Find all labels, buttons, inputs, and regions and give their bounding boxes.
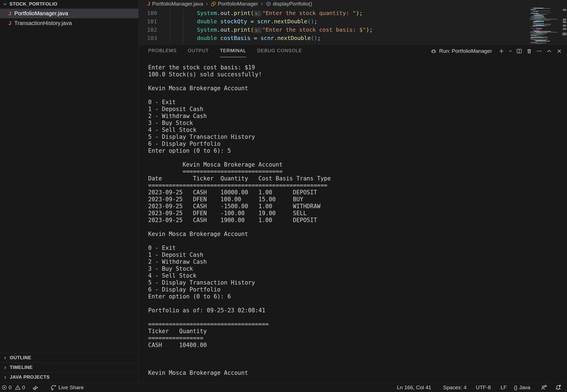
- maximize-panel-chevron-up-icon[interactable]: [546, 48, 553, 54]
- warning-triangle-icon: [15, 385, 21, 390]
- code-line[interactable]: double stockQty = scnr.nextDouble();: [157, 17, 373, 26]
- live-share-icon: [51, 385, 57, 391]
- run-session-label: Run: PortfolioManager: [439, 48, 492, 54]
- indent-guide: [183, 9, 183, 43]
- notifications-bell-icon[interactable]: [555, 383, 561, 392]
- cursor-position-status[interactable]: Ln 166, Col 41: [397, 383, 431, 392]
- terminal-session-run[interactable]: Run: PortfolioManager: [431, 48, 492, 54]
- explorer-sidebar: STOCK_PORTFOLIO JPortfolioManager.javaJT…: [0, 0, 139, 383]
- code-area[interactable]: System.out.print(s:"Enter the stock quan…: [157, 9, 373, 42]
- more-actions-ellipsis-icon[interactable]: [536, 48, 543, 54]
- editor-gutter[interactable]: 100101102103: [139, 9, 157, 42]
- language-label: Java: [519, 385, 530, 391]
- breadcrumb-file[interactable]: PortfolioManager.java: [152, 1, 203, 7]
- minimap[interactable]: [529, 8, 557, 44]
- new-terminal-plus-icon[interactable]: [498, 48, 505, 54]
- live-share-status[interactable]: Live Share: [51, 383, 84, 392]
- java-file-icon: J: [8, 20, 11, 26]
- file-name: TransactionHistory.java: [14, 20, 72, 26]
- explorer-project-header[interactable]: STOCK_PORTFOLIO: [0, 0, 138, 8]
- debug-bug-icon: [431, 48, 437, 54]
- file-item[interactable]: JPortfolioManager.java: [0, 9, 138, 18]
- braces-icon: {}: [514, 385, 518, 391]
- section-label: OUTLINE: [10, 355, 31, 361]
- code-line[interactable]: System.out.print(s:"Enter the stock quan…: [157, 9, 373, 17]
- problems-status[interactable]: 0 0: [2, 383, 25, 392]
- chevron-right-icon: [260, 2, 264, 6]
- panel-actions: Run: PortfolioManager: [431, 45, 563, 57]
- breadcrumb-method[interactable]: displayPortfolio(): [273, 1, 312, 7]
- file-name: PortfolioManager.java: [14, 10, 68, 17]
- breadcrumb-class[interactable]: PortfolioManager: [218, 1, 258, 7]
- section-label: JAVA PROJECTS: [10, 375, 50, 380]
- chevron-down-icon: [3, 2, 7, 6]
- inlay-hint: s:: [254, 27, 261, 33]
- debug-run-icon: [33, 385, 39, 391]
- live-share-label: Live Share: [58, 385, 84, 391]
- terminal-panel: PROBLEMSOUTPUTTERMINALDEBUG CONSOLE Run:…: [139, 44, 567, 383]
- sidebar-sections: OUTLINETIMELINEJAVA PROJECTS: [0, 353, 138, 382]
- split-terminal-icon[interactable]: [516, 48, 523, 54]
- panel-tab-output[interactable]: OUTPUT: [188, 45, 209, 57]
- line-number[interactable]: 103: [139, 34, 157, 42]
- status-left-group: 0 0: [2, 383, 84, 392]
- line-number[interactable]: 100: [139, 9, 157, 17]
- sidebar-section-java-projects[interactable]: JAVA PROJECTS: [0, 372, 138, 382]
- language-mode-status[interactable]: {} Java: [514, 383, 530, 392]
- java-file-icon: J: [147, 1, 150, 7]
- chevron-right-icon: [3, 366, 7, 370]
- status-bar: 0 0: [0, 383, 567, 392]
- method-symbol-icon: [266, 1, 271, 6]
- file-item[interactable]: JTransactionHistory.java: [0, 18, 138, 28]
- sidebar-section-outline[interactable]: OUTLINE: [0, 353, 138, 363]
- panel-tab-terminal[interactable]: TERMINAL: [220, 45, 246, 57]
- overview-ruler-scrollbar[interactable]: [562, 7, 567, 44]
- sidebar-section-timeline[interactable]: TIMELINE: [0, 363, 138, 372]
- eol-status[interactable]: LF: [501, 383, 507, 392]
- error-circle-icon: [2, 385, 7, 390]
- indentation-status[interactable]: Spaces: 4: [443, 383, 467, 392]
- java-file-icon: J: [8, 11, 11, 17]
- project-title: STOCK_PORTFOLIO: [9, 1, 57, 7]
- chevron-right-icon: [3, 356, 7, 360]
- code-line[interactable]: double costBasis = scnr.nextDouble();: [157, 34, 373, 42]
- line-number[interactable]: 102: [139, 26, 157, 34]
- close-panel-icon[interactable]: [556, 48, 563, 54]
- panel-tab-debug-console[interactable]: DEBUG CONSOLE: [257, 45, 302, 57]
- chevron-right-icon: [3, 375, 7, 380]
- section-label: TIMELINE: [10, 365, 33, 370]
- terminal-dropdown-chevron-icon[interactable]: [508, 48, 513, 54]
- kill-terminal-trash-icon[interactable]: [526, 48, 533, 54]
- class-symbol-icon: [211, 1, 216, 6]
- error-count: 0: [9, 385, 12, 391]
- inlay-hint: s:: [254, 11, 261, 17]
- terminal-output[interactable]: Enter the stock cost basis: $19 100.0 St…: [148, 64, 331, 376]
- vscode-window: STOCK_PORTFOLIO JPortfolioManager.javaJT…: [0, 0, 567, 392]
- panel-tabs: PROBLEMSOUTPUTTERMINALDEBUG CONSOLE: [148, 45, 302, 57]
- chevron-right-icon: [205, 2, 209, 6]
- encoding-status[interactable]: UTF-8: [476, 383, 491, 392]
- indent-guide: [170, 9, 170, 43]
- editor[interactable]: J PortfolioManager.java PortfolioManager…: [139, 0, 567, 44]
- warning-count: 0: [22, 385, 25, 391]
- file-list: JPortfolioManager.javaJTransactionHistor…: [0, 9, 138, 28]
- code-line[interactable]: System.out.print(s:"Enter the stock cost…: [157, 26, 373, 34]
- panel-tab-problems[interactable]: PROBLEMS: [148, 45, 176, 57]
- feedback-person-icon[interactable]: [540, 383, 547, 392]
- line-number[interactable]: 101: [139, 17, 157, 26]
- run-java-status[interactable]: [33, 383, 39, 392]
- breadcrumb: J PortfolioManager.java PortfolioManager…: [147, 0, 312, 8]
